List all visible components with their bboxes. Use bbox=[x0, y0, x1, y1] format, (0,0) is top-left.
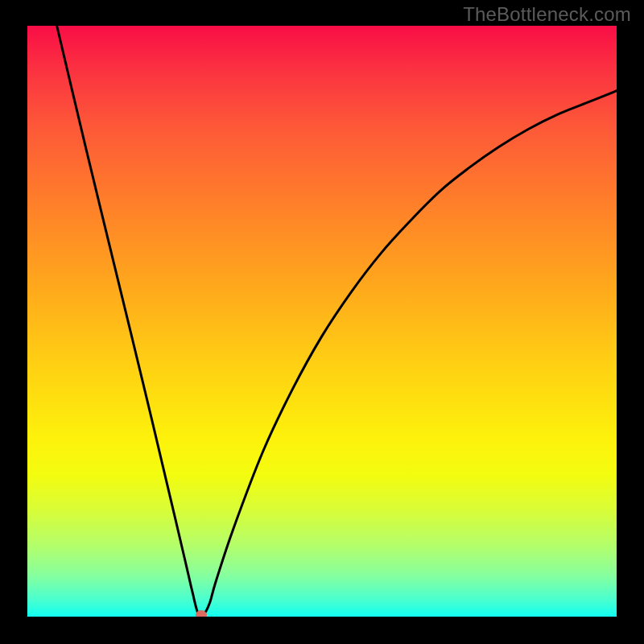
plot-area bbox=[27, 26, 617, 617]
minimum-marker-icon bbox=[196, 610, 207, 617]
bottleneck-curve bbox=[27, 26, 617, 616]
chart-frame: TheBottleneck.com bbox=[0, 0, 644, 644]
watermark-text: TheBottleneck.com bbox=[463, 3, 631, 26]
curve-svg bbox=[27, 26, 617, 617]
